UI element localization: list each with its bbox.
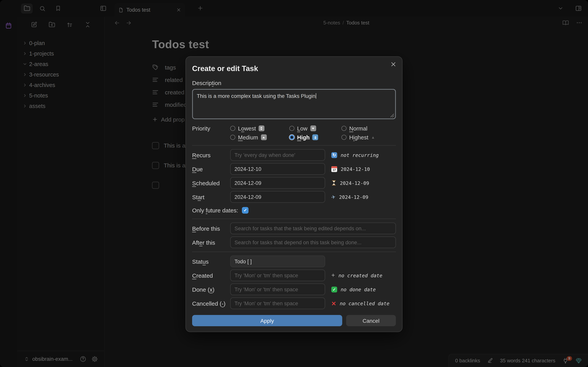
priority-option-high[interactable]: High	[289, 134, 341, 140]
scheduled-row: Scheduled 2024-12-09	[192, 177, 396, 189]
recurs-status: ↻ not recurring	[331, 152, 379, 158]
close-icon	[390, 61, 396, 67]
done-row: Done (x) ✓ no done date	[192, 284, 396, 295]
priority-option-lowest[interactable]: Lowest	[230, 125, 289, 132]
start-status-text: 2024-12-09	[339, 194, 369, 200]
hourglass-icon	[331, 180, 336, 186]
lowest-priority-icon	[259, 125, 264, 131]
low-priority-icon	[310, 125, 316, 131]
priority-option-label: Medium	[238, 134, 258, 140]
cancelled-status: ✕ no cancelled date	[331, 300, 389, 306]
radio-low[interactable]	[289, 126, 294, 131]
description-textarea[interactable]: This is a more complex task using the Ta…	[192, 89, 396, 119]
status-select[interactable]: Todo [ ]	[230, 256, 325, 267]
status-label: Status	[192, 258, 230, 265]
recurs-row: Recurs ↻ not recurring	[192, 149, 396, 161]
cancelled-status-text: no cancelled date	[340, 300, 389, 306]
only-future-dates-row: Only future dates: ✓	[192, 205, 396, 215]
only-future-dates-label: Only future dates:	[192, 207, 238, 213]
priority-option-low[interactable]: Low	[289, 125, 341, 132]
priority-option-label: Lowest	[238, 125, 256, 132]
after-this-row: After this	[192, 236, 396, 248]
done-status-text: no done date	[341, 286, 376, 292]
priority-group: Priority Lowest Low Normal	[192, 124, 396, 142]
scheduled-label: Scheduled	[192, 180, 230, 186]
divider	[192, 145, 396, 146]
done-check-icon: ✓	[331, 286, 337, 292]
text-caret	[316, 93, 316, 99]
priority-label: Priority	[192, 125, 230, 132]
created-row: Created + no created date	[192, 269, 396, 281]
scheduled-status: 2024-12-09	[331, 180, 369, 186]
due-status-text: 2024-12-10	[341, 166, 370, 172]
done-status: ✓ no done date	[331, 286, 376, 292]
due-input[interactable]	[230, 163, 325, 175]
after-this-input[interactable]	[230, 236, 396, 248]
status-row: Status Todo [ ]	[192, 256, 396, 267]
start-input[interactable]	[230, 191, 325, 203]
recurs-input[interactable]	[230, 149, 325, 161]
priority-option-label: Low	[297, 125, 307, 132]
resize-grip-icon[interactable]	[390, 114, 394, 117]
radio-normal[interactable]	[341, 126, 346, 131]
calendar-icon: 17	[331, 166, 337, 172]
modal-close-button[interactable]	[390, 61, 396, 67]
start-row: Start ✈ 2024-12-09	[192, 191, 396, 203]
due-label: Due	[192, 166, 230, 172]
highest-priority-icon: ▲	[371, 135, 375, 139]
divider	[192, 252, 396, 252]
scheduled-status-text: 2024-12-09	[340, 180, 369, 186]
created-status: + no created date	[331, 272, 382, 278]
radio-highest[interactable]	[341, 135, 346, 140]
done-label: Done (x)	[192, 286, 230, 293]
start-status: ✈ 2024-12-09	[331, 194, 368, 200]
modal-title: Create or edit Task	[192, 65, 396, 73]
cancelled-input[interactable]	[230, 298, 325, 309]
due-status: 17 2024-12-10	[331, 166, 370, 172]
departure-icon: ✈	[331, 194, 336, 200]
only-future-dates-checkbox[interactable]: ✓	[242, 207, 249, 213]
created-label: Created	[192, 272, 230, 279]
cancelled-x-icon: ✕	[331, 300, 336, 306]
cancelled-label: Cancelled (-)	[192, 300, 230, 307]
description-label: Description	[192, 80, 396, 86]
description-value: This is a more complex task using the Ta…	[197, 93, 315, 99]
obsidian-window: Todos test	[0, 0, 588, 367]
divider	[192, 219, 396, 219]
before-this-label: Before this	[192, 225, 230, 232]
due-row: Due 17 2024-12-10	[192, 163, 396, 175]
medium-priority-icon	[261, 134, 267, 140]
recurs-status-text: not recurring	[341, 152, 379, 158]
created-input[interactable]	[230, 269, 325, 281]
recurring-icon: ↻	[331, 152, 337, 158]
cancel-button[interactable]: Cancel	[346, 315, 396, 326]
radio-medium[interactable]	[230, 135, 235, 140]
start-label: Start	[192, 194, 230, 200]
before-this-input[interactable]	[230, 223, 396, 234]
plus-icon: +	[331, 272, 335, 278]
priority-option-label: Normal	[349, 125, 367, 132]
before-this-row: Before this	[192, 223, 396, 234]
cancelled-row: Cancelled (-) ✕ no cancelled date	[192, 298, 396, 309]
create-edit-task-modal: Create or edit Task Description This is …	[185, 56, 403, 332]
priority-option-label: Highest	[349, 134, 368, 140]
priority-option-label: High	[297, 134, 310, 140]
priority-option-medium[interactable]: Medium	[230, 134, 289, 140]
apply-button[interactable]: Apply	[192, 315, 342, 326]
high-priority-icon	[312, 134, 318, 140]
priority-option-highest[interactable]: Highest ▲	[341, 134, 375, 140]
done-input[interactable]	[230, 284, 325, 295]
recurs-label: Recurs	[192, 152, 230, 158]
priority-option-normal[interactable]: Normal	[341, 125, 367, 132]
created-status-text: no created date	[338, 272, 382, 278]
radio-lowest[interactable]	[230, 126, 235, 131]
modal-buttons: Apply Cancel	[192, 315, 396, 326]
radio-high[interactable]	[289, 135, 294, 140]
scheduled-input[interactable]	[230, 177, 325, 189]
after-this-label: After this	[192, 239, 230, 246]
